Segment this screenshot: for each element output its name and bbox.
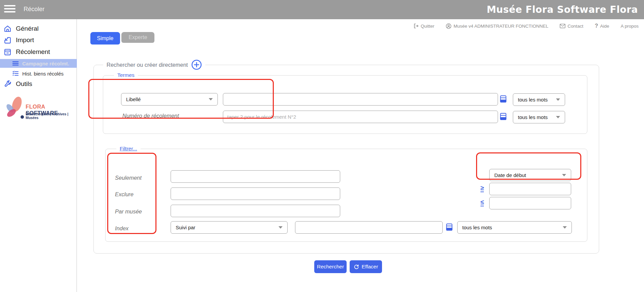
checklist-icon: [12, 70, 19, 77]
quit-label: Quitter: [421, 24, 435, 29]
contact-link[interactable]: Contact: [560, 24, 583, 29]
field-selector-dropdown[interactable]: Libellé: [121, 93, 218, 106]
index-field-dropdown[interactable]: Suivi par: [171, 221, 288, 234]
chevron-down-icon: [563, 226, 567, 229]
par-musee-input[interactable]: [171, 205, 340, 217]
wrench-icon: [3, 80, 12, 88]
match-mode-value: tous les mots: [462, 225, 492, 230]
account-menu[interactable]: Musée v4 ADMINISTRATEUR FONCTIONNEL: [446, 23, 548, 29]
filtrer-section: Filtrer... Seulement Exclure Par musée I…: [105, 146, 587, 242]
index-match-mode-dropdown[interactable]: tous les mots: [457, 221, 572, 234]
import-icon: [3, 36, 12, 45]
chevron-down-icon: [556, 98, 560, 101]
index-book-icon[interactable]: [499, 113, 507, 120]
search-button-label: Rechercher: [317, 264, 344, 270]
mail-icon: [560, 24, 565, 28]
module-title: Récoler: [24, 6, 45, 13]
about-link[interactable]: A propos: [621, 24, 639, 29]
index-field-value: Suivi par: [176, 225, 195, 230]
date-lte-input[interactable]: [489, 197, 571, 209]
exclure-input[interactable]: [171, 187, 340, 200]
sidebar-subitem-hist[interactable]: Hist. biens récolés: [0, 69, 77, 78]
seulement-input[interactable]: [171, 170, 340, 183]
sidebar-item-label: Général: [16, 25, 39, 32]
numero-recolement-label: Numéro de récolement: [122, 113, 179, 119]
index-book-icon[interactable]: [445, 223, 453, 231]
sidebar-item-outils[interactable]: Outils: [0, 79, 77, 89]
index-book-icon[interactable]: [499, 95, 507, 103]
search-create-legend: Rechercher ou créer directement: [103, 59, 205, 70]
date-field-dropdown[interactable]: Date de début: [489, 169, 571, 181]
menu-icon[interactable]: [4, 5, 16, 14]
tab-simple[interactable]: Simple: [90, 32, 120, 45]
logo-tagline: Bibliothèques | Archives | Musées: [26, 112, 75, 120]
sidebar-item-recolement[interactable]: Récolement: [0, 47, 77, 57]
match-mode-value: tous les mots: [518, 114, 548, 120]
user-icon: [446, 23, 451, 29]
index-label: Index: [115, 225, 128, 232]
match-mode-dropdown-1[interactable]: tous les mots: [513, 93, 565, 106]
chevron-down-icon: [562, 174, 566, 176]
contact-label: Contact: [567, 24, 583, 29]
refresh-icon: [354, 264, 359, 269]
chevron-down-icon: [279, 226, 283, 229]
par-musee-label: Par musée: [115, 208, 142, 215]
window-title: Musée Flora Software Flora: [487, 4, 638, 15]
bin-icon: [3, 48, 12, 56]
match-mode-dropdown-2[interactable]: tous les mots: [513, 111, 565, 123]
flora-logo: FLORA SOFTWARE Bibliothèques | Archives …: [3, 96, 75, 123]
clear-button-label: Effacer: [362, 264, 378, 270]
filtrer-legend: Filtrer...: [116, 146, 141, 152]
date-gte-input[interactable]: [489, 183, 571, 195]
exclure-label: Exclure: [115, 191, 134, 198]
sidebar-item-label: Récolement: [16, 48, 50, 56]
term-search-input[interactable]: [223, 93, 498, 106]
sidebar-item-general[interactable]: Général: [0, 24, 77, 33]
clear-button[interactable]: Effacer: [350, 260, 382, 273]
tab-experte[interactable]: Experte: [121, 32, 154, 43]
lte-operator[interactable]: ≤: [480, 199, 484, 206]
sidebar-item-label: Outils: [16, 80, 32, 88]
seulement-label: Seulement: [115, 175, 142, 181]
home-icon: [3, 25, 12, 33]
sidebar-item-import[interactable]: Import: [0, 35, 77, 45]
sidebar-item-label: Import: [16, 36, 34, 44]
numero-recolement-input[interactable]: [223, 111, 498, 123]
list-icon: [12, 61, 19, 66]
index-value-input[interactable]: [295, 221, 443, 234]
field-selector-value: Libellé: [126, 96, 141, 102]
sidebar: Général Import Récolement Campagne récol…: [0, 19, 77, 292]
account-label: Musée v4 ADMINISTRATEUR FONCTIONNEL: [453, 24, 548, 29]
date-field-value: Date de début: [494, 172, 526, 178]
chevron-down-icon: [209, 98, 213, 100]
match-mode-value: tous les mots: [518, 97, 548, 103]
question-icon: ?: [595, 23, 598, 29]
sidebar-subitem-campagne[interactable]: Campagne récolmt.: [0, 59, 77, 68]
butterfly-logo-icon: [4, 95, 25, 122]
help-link[interactable]: ? Aide: [595, 23, 609, 29]
sidebar-subitem-label: Campagne récolmt.: [22, 61, 69, 66]
sidebar-subitem-label: Hist. biens récolés: [22, 71, 64, 77]
quit-button[interactable]: Quitter: [413, 23, 435, 29]
termes-section: Termes Libellé tous les mots Numéro de r…: [103, 72, 587, 134]
top-bar: Récoler Musée Flora Software Flora: [0, 0, 644, 19]
add-icon[interactable]: [191, 59, 202, 70]
about-label: A propos: [621, 24, 639, 29]
help-label: Aide: [600, 24, 609, 29]
search-button[interactable]: Rechercher: [314, 260, 347, 273]
exit-icon: [413, 23, 419, 29]
chevron-down-icon: [556, 116, 560, 118]
gte-operator[interactable]: ≥: [480, 185, 484, 192]
termes-legend: Termes: [114, 72, 138, 78]
app-window: Récoler Musée Flora Software Flora Quitt…: [0, 0, 644, 292]
header-toolbar: Quitter Musée v4 ADMINISTRATEUR FONCTION…: [413, 23, 639, 29]
